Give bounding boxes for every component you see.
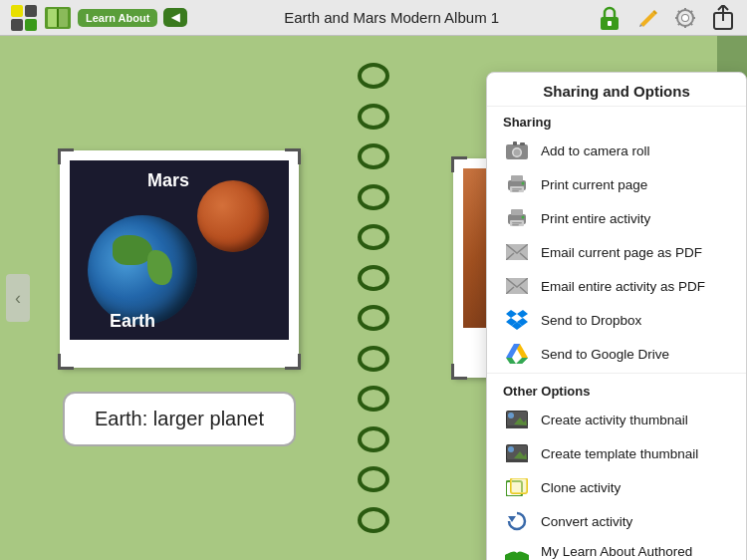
corner-bl-r (451, 364, 467, 380)
lock-icon[interactable] (596, 4, 623, 32)
template-thumbnail-item[interactable]: Create template thumbnail (487, 436, 746, 470)
logo-green-icon (10, 4, 38, 32)
svg-point-12 (682, 15, 688, 21)
corner-br (285, 354, 301, 370)
gdrive-icon (503, 343, 531, 365)
spiral-ring (358, 104, 389, 130)
activity-thumbnail-item[interactable]: Create activity thumbnail (487, 403, 746, 436)
svg-rect-0 (11, 5, 23, 17)
svg-rect-47 (506, 425, 528, 428)
svg-point-24 (522, 182, 525, 185)
svg-rect-17 (513, 141, 517, 145)
learn-authored-label: My Learn About Authored Activities (541, 544, 730, 560)
photo-content: Mars Earth (70, 160, 289, 340)
svg-rect-18 (520, 142, 525, 145)
svg-point-50 (508, 446, 514, 452)
camera-roll-label: Add to camera roll (541, 143, 650, 158)
print-page-icon (503, 173, 531, 195)
template-thumbnail-icon (503, 442, 531, 464)
prev-page-button[interactable]: ‹ (6, 274, 30, 322)
back-button[interactable]: ◀ (163, 8, 187, 27)
svg-rect-29 (512, 224, 519, 226)
activity-thumbnail-icon (503, 409, 531, 430)
earth-continent-2 (147, 250, 172, 285)
svg-rect-20 (511, 175, 523, 181)
top-bar: Learn About ◀ Earth and Mars Modern Albu… (0, 0, 747, 36)
pencil-icon[interactable] (633, 4, 661, 32)
learn-authored-icon (503, 548, 531, 560)
print-activity-item[interactable]: Print entire activity (487, 201, 746, 235)
caption-text: Earth: larger planet (95, 408, 264, 429)
svg-rect-5 (48, 9, 58, 27)
other-options-label: Other Options (487, 376, 746, 403)
learn-authored-item[interactable]: My Learn About Authored Activities (487, 538, 746, 560)
svg-rect-52 (506, 459, 528, 462)
dropdown-header: Sharing and Options (487, 73, 746, 107)
svg-rect-26 (511, 209, 523, 215)
svg-marker-39 (506, 344, 520, 358)
svg-rect-3 (25, 19, 37, 31)
toolbar-right (596, 4, 737, 32)
earth-image (88, 215, 197, 325)
print-page-label: Print current page (541, 177, 647, 192)
corner-bl (58, 354, 74, 370)
print-page-item[interactable]: Print current page (487, 167, 746, 201)
dropbox-label: Send to Dropbox (541, 313, 641, 328)
print-activity-icon (503, 207, 531, 229)
gear-icon[interactable] (671, 4, 699, 32)
svg-point-16 (514, 149, 521, 156)
clone-icon (503, 476, 531, 498)
learn-about-label: Learn About (86, 12, 149, 24)
convert-item[interactable]: Convert activity (487, 504, 746, 538)
convert-label: Convert activity (541, 514, 632, 529)
logo-book-icon (44, 4, 72, 32)
svg-rect-55 (511, 478, 527, 493)
svg-point-30 (522, 216, 525, 219)
back-label: ◀ (171, 11, 179, 24)
email-activity-label: Email entire activity as PDF (541, 279, 705, 294)
camera-roll-item[interactable]: Add to camera roll (487, 134, 746, 167)
share-icon[interactable] (709, 4, 737, 32)
svg-marker-34 (517, 310, 528, 318)
mars-label: Mars (147, 170, 189, 191)
svg-marker-33 (506, 310, 517, 318)
sharing-section-label: Sharing (487, 107, 746, 134)
clone-item[interactable]: Clone activity (487, 470, 746, 504)
svg-rect-23 (512, 190, 519, 192)
left-page: ‹ Mars Earth Earth: larger planet (0, 36, 359, 560)
svg-marker-42 (522, 358, 528, 364)
svg-point-45 (508, 413, 514, 419)
caption-box: Earth: larger planet (63, 392, 296, 446)
email-page-item[interactable]: Email current page as PDF (487, 235, 746, 269)
email-activity-icon (503, 275, 531, 297)
spiral-ring (358, 346, 389, 372)
email-page-label: Email current page as PDF (541, 245, 702, 260)
spiral-ring (358, 63, 389, 89)
email-page-icon (503, 241, 531, 263)
page-title: Earth and Mars Modern Album 1 (193, 9, 590, 26)
template-thumbnail-label: Create template thumbnail (541, 446, 698, 461)
spiral-binding (354, 36, 393, 560)
convert-icon (503, 510, 531, 532)
earth-continent-1 (113, 235, 152, 265)
dropbox-icon (503, 309, 531, 331)
svg-rect-28 (512, 222, 522, 224)
spiral-ring (358, 143, 389, 169)
svg-rect-1 (25, 5, 37, 17)
dropbox-item[interactable]: Send to Dropbox (487, 303, 746, 337)
sharing-options-panel: Sharing and Options Sharing Add to camer… (486, 72, 747, 560)
gdrive-item[interactable]: Send to Google Drive (487, 337, 746, 371)
earth-label: Earth (110, 311, 155, 332)
mars-image (197, 180, 269, 252)
gdrive-label: Send to Google Drive (541, 347, 669, 362)
print-activity-label: Print entire activity (541, 211, 650, 226)
svg-marker-40 (506, 358, 516, 364)
spiral-ring (358, 224, 389, 250)
svg-rect-2 (11, 19, 23, 31)
learn-about-button[interactable]: Learn About (78, 9, 157, 27)
svg-rect-6 (58, 9, 68, 27)
email-activity-item[interactable]: Email entire activity as PDF (487, 269, 746, 303)
svg-rect-9 (608, 21, 612, 26)
svg-rect-22 (512, 188, 522, 190)
spiral-ring (358, 466, 389, 492)
